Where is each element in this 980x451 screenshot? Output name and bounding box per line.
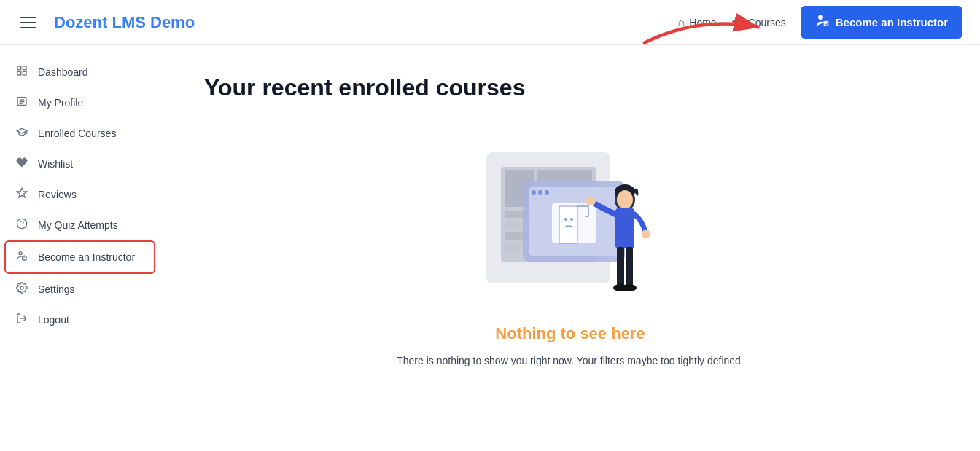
page-title: Your recent enrolled courses	[204, 74, 936, 101]
courses-nav-icon: 🎓	[731, 17, 744, 28]
sidebar-item-become-instructor[interactable]: Become an Instructor	[6, 242, 154, 272]
svg-point-45	[622, 284, 637, 291]
svg-point-41	[642, 230, 650, 238]
reviews-icon	[15, 187, 29, 202]
svg-rect-5	[23, 66, 26, 70]
instructor-btn-icon: R	[815, 13, 830, 31]
svg-point-38	[617, 190, 633, 209]
svg-point-40	[586, 197, 596, 205]
svg-point-15	[19, 252, 22, 255]
nav-courses[interactable]: 🎓 Courses	[731, 17, 786, 28]
svg-rect-22	[537, 170, 592, 181]
sidebar-item-logout[interactable]: Logout	[0, 305, 160, 335]
home-icon: ⌂	[678, 16, 685, 29]
logo[interactable]: Dozent LMS Demo	[54, 13, 195, 32]
svg-rect-42	[617, 247, 624, 287]
svg-point-17	[20, 286, 23, 289]
nothing-sub: There is nothing to show you right now. …	[397, 355, 744, 366]
empty-state: Nothing to see here There is nothing to …	[204, 130, 936, 366]
nothing-text: Nothing to see here	[495, 324, 645, 343]
wishlist-icon	[15, 157, 29, 171]
enrolled-icon	[15, 126, 29, 141]
sidebar-item-settings[interactable]: Settings	[0, 274, 160, 305]
svg-point-30	[532, 190, 536, 195]
settings-icon	[15, 282, 29, 297]
svg-point-32	[545, 190, 549, 195]
svg-marker-12	[17, 188, 26, 197]
svg-rect-4	[18, 66, 21, 70]
sidebar-item-dashboard[interactable]: Dashboard	[0, 57, 160, 87]
svg-rect-43	[626, 247, 633, 287]
header: Dozent LMS Demo ⌂ Home 🎓 Courses	[0, 0, 980, 45]
sidebar-item-enrolled-courses[interactable]: Enrolled Courses	[0, 118, 160, 149]
svg-rect-6	[18, 71, 21, 75]
empty-illustration	[464, 130, 676, 313]
header-left: Dozent LMS Demo	[18, 13, 195, 32]
sidebar-item-wishlist[interactable]: Wishlist	[0, 149, 160, 179]
dashboard-icon	[15, 65, 29, 79]
become-instructor-button[interactable]: R Become an Instructor	[801, 6, 962, 39]
svg-point-1	[818, 15, 823, 20]
svg-point-35	[570, 218, 573, 221]
logout-icon	[15, 313, 29, 327]
layout: Dashboard My Profile Enrolled Courses	[0, 45, 980, 451]
sidebar-item-reviews[interactable]: Reviews	[0, 179, 160, 210]
svg-rect-7	[23, 71, 26, 75]
sidebar-item-my-quiz-attempts[interactable]: My Quiz Attempts	[0, 210, 160, 240]
hamburger-menu[interactable]	[18, 14, 39, 31]
main-content: Your recent enrolled courses	[160, 45, 980, 451]
svg-point-31	[538, 190, 542, 195]
nav-home[interactable]: ⌂ Home	[678, 16, 717, 29]
svg-rect-16	[23, 256, 26, 260]
header-right: ⌂ Home 🎓 Courses R Become an Instructor	[678, 6, 962, 39]
svg-point-34	[564, 218, 567, 221]
become-instructor-sidebar-icon	[15, 250, 29, 264]
sidebar: Dashboard My Profile Enrolled Courses	[0, 45, 160, 451]
sidebar-item-my-profile[interactable]: My Profile	[0, 87, 160, 118]
quiz-icon	[15, 218, 29, 232]
profile-icon	[15, 95, 29, 110]
